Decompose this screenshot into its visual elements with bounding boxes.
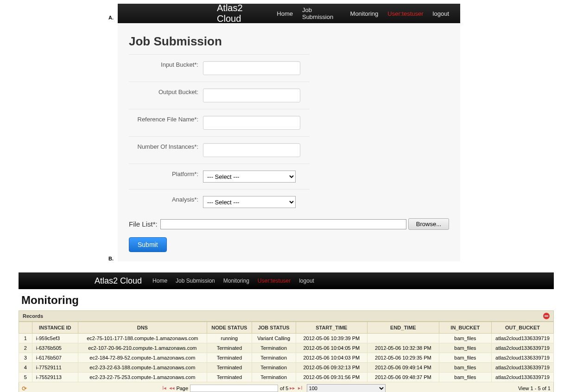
platform-select[interactable]: --- Select --- <box>203 171 296 183</box>
col-in-bucket[interactable]: IN_BUCKET <box>439 322 491 334</box>
nav-user: User:testuser <box>387 10 423 17</box>
nav-home[interactable]: Home <box>277 10 293 17</box>
col-start-time[interactable]: START_TIME <box>296 322 368 334</box>
cell-job_status: Variant Calling <box>252 334 296 343</box>
table-row[interactable]: 5i-75529113ec2-23-22-75-253.compute-1.am… <box>19 373 554 382</box>
cell-dns: ec2-75-101-177-188.compute-1.amazonaws.c… <box>78 334 207 343</box>
pager-of-label: of 5 <box>280 386 288 391</box>
refresh-icon[interactable] <box>22 385 28 392</box>
num-instances-field[interactable] <box>203 143 300 157</box>
nav-logout[interactable]: logout <box>433 10 449 17</box>
cell-node_status: Terminated <box>207 343 252 353</box>
submit-button[interactable]: Submit <box>129 237 167 252</box>
cell-node_status: running <box>207 334 252 343</box>
cell-instance_id: i-77529111 <box>32 363 78 373</box>
nav-job-submission[interactable]: Job Submission <box>302 6 341 20</box>
col-node-status[interactable]: NODE STATUS <box>207 322 252 334</box>
cell-n: 1 <box>19 334 32 343</box>
nav-user-b: User:testuser <box>258 278 291 284</box>
col-end-time[interactable]: END_TIME <box>368 322 439 334</box>
cell-node_status: Terminated <box>207 363 252 373</box>
nav-monitoring[interactable]: Monitoring <box>350 10 379 17</box>
panel-b: Atlas2 Cloud Home Job Submission Monitor… <box>19 272 554 392</box>
cell-out_bucket: atlas2cloud1336339719 <box>491 343 553 353</box>
cell-instance_id: i-6376b505 <box>32 343 78 353</box>
nav-job-submission-b[interactable]: Job Submission <box>176 278 215 284</box>
navbar-a: Atlas2 Cloud Home Job Submission Monitor… <box>118 4 460 23</box>
cell-job_status: Termination <box>252 373 296 382</box>
cell-end_time: 2012-05-06 10:32:38 PM <box>368 343 439 353</box>
output-bucket-label: Output Bucket: <box>129 89 203 96</box>
cell-dns: ec2-184-72-89-52.compute-1.amazonaws.com <box>78 353 207 363</box>
output-bucket-field[interactable] <box>203 89 300 102</box>
cell-out_bucket: atlas2cloud1336339719 <box>491 353 553 363</box>
cell-instance_id: i-959c5ef3 <box>32 334 78 343</box>
cell-n: 5 <box>19 373 32 382</box>
panel-label-b: B. <box>105 253 564 264</box>
col-out-bucket[interactable]: OUT_BUCKET <box>491 322 553 334</box>
pager-next-icon[interactable]: ▸▸ <box>290 385 295 391</box>
pager-first-icon[interactable]: I◂ <box>162 385 166 391</box>
records-grid: INSTANCE ID DNS NODE STATUS JOB STATUS S… <box>19 322 554 382</box>
cell-job_status: Termination <box>252 343 296 353</box>
input-bucket-label: Input Bucket*: <box>129 61 203 69</box>
table-row[interactable]: 2i-6376b505ec2-107-20-96-210.compute-1.a… <box>19 343 554 353</box>
cell-start_time: 2012-05-06 10:39:39 PM <box>296 334 368 343</box>
analysis-label: Analysis*: <box>129 196 203 204</box>
nav-home-b[interactable]: Home <box>152 278 167 284</box>
reference-file-label: Reference File Name*: <box>129 116 203 124</box>
pager-pagesize-select[interactable]: 100 <box>307 384 386 392</box>
nav-logout-b[interactable]: logout <box>299 278 314 284</box>
num-instances-label: Number Of Instances*: <box>129 143 203 151</box>
table-row[interactable]: 3i-6176b507ec2-184-72-89-52.compute-1.am… <box>19 353 554 363</box>
cell-end_time: 2012-05-06 10:29:35 PM <box>368 353 439 363</box>
cell-out_bucket: atlas2cloud1336339719 <box>491 334 553 343</box>
cell-n: 4 <box>19 363 32 373</box>
cell-in_bucket: bam_files <box>439 363 491 373</box>
cell-job_status: Termination <box>252 353 296 363</box>
input-bucket-field[interactable] <box>203 61 300 75</box>
collapse-icon[interactable] <box>543 313 550 319</box>
browse-button[interactable]: Browse... <box>408 218 449 230</box>
cell-node_status: Terminated <box>207 373 252 382</box>
col-instance-id[interactable]: INSTANCE ID <box>32 322 78 334</box>
nav-monitoring-b[interactable]: Monitoring <box>223 278 249 284</box>
pager-last-icon[interactable]: ▸I <box>298 385 302 391</box>
pager-page-input[interactable] <box>190 385 278 392</box>
col-rownum[interactable] <box>19 322 32 334</box>
grid-caption: Records <box>19 310 554 322</box>
panel-a: Atlas2 Cloud Home Job Submission Monitor… <box>118 4 460 261</box>
pager-view-text: View 1 - 5 of 1 <box>518 386 551 391</box>
brand-b: Atlas2 Cloud <box>95 276 142 286</box>
cell-start_time: 2012-05-06 09:32:13 PM <box>296 363 368 373</box>
cell-out_bucket: atlas2cloud1336339719 <box>491 363 553 373</box>
panel-label-a: A. <box>105 12 117 23</box>
platform-label: Platform*: <box>129 171 203 178</box>
table-row[interactable]: 1i-959c5ef3ec2-75-101-177-188.compute-1.… <box>19 334 554 343</box>
cell-dns: ec2-23-22-75-253.compute-1.amazonaws.com <box>78 373 207 382</box>
cell-start_time: 2012-05-06 10:04:05 PM <box>296 343 368 353</box>
grid-caption-text: Records <box>23 313 43 319</box>
cell-n: 2 <box>19 343 32 353</box>
file-list-field[interactable] <box>160 219 406 229</box>
cell-job_status: Termination <box>252 363 296 373</box>
cell-node_status: Terminated <box>207 353 252 363</box>
cell-instance_id: i-75529113 <box>32 373 78 382</box>
page-title: Job Submission <box>129 34 449 49</box>
file-list-label: File List*: <box>129 220 158 228</box>
cell-instance_id: i-6176b507 <box>32 353 78 363</box>
col-job-status[interactable]: JOB STATUS <box>252 322 296 334</box>
cell-dns: ec2-107-20-96-210.compute-1.amazonaws.co… <box>78 343 207 353</box>
analysis-select[interactable]: --- Select --- <box>203 196 296 208</box>
reference-file-field[interactable] <box>203 116 300 130</box>
cell-out_bucket: atlas2cloud1336339719 <box>491 373 553 382</box>
cell-in_bucket: bam_files <box>439 373 491 382</box>
cell-end_time: 2012-05-06 09:48:37 PM <box>368 373 439 382</box>
cell-in_bucket: bam_files <box>439 343 491 353</box>
col-dns[interactable]: DNS <box>78 322 207 334</box>
navbar-b: Atlas2 Cloud Home Job Submission Monitor… <box>19 272 554 289</box>
pager-page-label: Page <box>176 386 188 391</box>
cell-start_time: 2012-05-06 09:31:56 PM <box>296 373 368 382</box>
table-row[interactable]: 4i-77529111ec2-23-22-63-188.compute-1.am… <box>19 363 554 373</box>
pager-prev-icon[interactable]: ◂◂ <box>169 385 175 391</box>
